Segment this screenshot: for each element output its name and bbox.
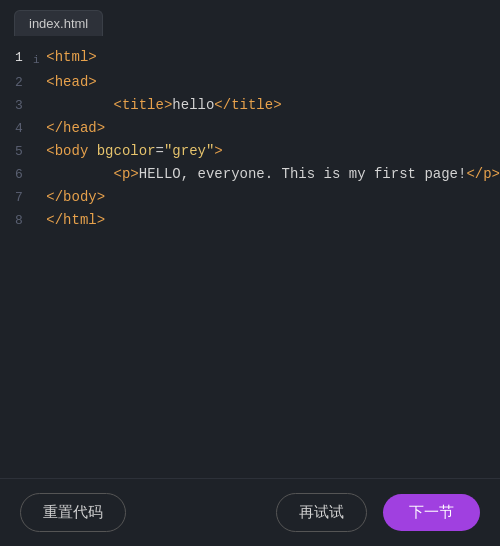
line-number-1: 1 bbox=[0, 46, 33, 71]
line-number-7: 7 bbox=[0, 186, 33, 209]
code-line-1: 1 i <html> bbox=[0, 46, 500, 71]
gutter-3 bbox=[33, 94, 42, 117]
gutter-1: i bbox=[33, 46, 42, 71]
code-content-6: <p>HELLO, everyone. This is my first pag… bbox=[42, 163, 500, 186]
gutter-5 bbox=[33, 140, 42, 163]
code-line-8: 8 </html> bbox=[0, 209, 500, 232]
reset-button[interactable]: 重置代码 bbox=[20, 493, 126, 532]
line-number-2: 2 bbox=[0, 71, 33, 94]
line-number-5: 5 bbox=[0, 140, 33, 163]
line-number-6: 6 bbox=[0, 163, 33, 186]
code-line-4: 4 </head> bbox=[0, 117, 500, 140]
bottom-bar: 重置代码 再试试 下一节 bbox=[0, 478, 500, 546]
editor-area: 1 i <html> 2 <head> 3 <title>hello</titl… bbox=[0, 36, 500, 478]
code-line-7: 7 </body> bbox=[0, 186, 500, 209]
tab-index-html[interactable]: index.html bbox=[14, 10, 103, 36]
code-line-5: 5 <body bgcolor="grey"> bbox=[0, 140, 500, 163]
code-content-8: </html> bbox=[42, 209, 500, 232]
gutter-4 bbox=[33, 117, 42, 140]
code-content-4: </head> bbox=[42, 117, 500, 140]
gutter-7 bbox=[33, 186, 42, 209]
tab-bar: index.html bbox=[0, 0, 500, 36]
code-content-7: </body> bbox=[42, 186, 500, 209]
line-number-4: 4 bbox=[0, 117, 33, 140]
gutter-8 bbox=[33, 209, 42, 232]
code-line-3: 3 <title>hello</title> bbox=[0, 94, 500, 117]
line-number-8: 8 bbox=[0, 209, 33, 232]
code-content-1: <html> bbox=[42, 46, 500, 71]
code-line-2: 2 <head> bbox=[0, 71, 500, 94]
retry-button[interactable]: 再试试 bbox=[276, 493, 367, 532]
next-button[interactable]: 下一节 bbox=[383, 494, 480, 531]
gutter-6 bbox=[33, 163, 42, 186]
line-number-3: 3 bbox=[0, 94, 33, 117]
code-content-5: <body bgcolor="grey"> bbox=[42, 140, 500, 163]
tab-label: index.html bbox=[29, 16, 88, 31]
code-content-3: <title>hello</title> bbox=[42, 94, 500, 117]
gutter-2 bbox=[33, 71, 42, 94]
code-line-6: 6 <p>HELLO, everyone. This is my first p… bbox=[0, 163, 500, 186]
code-content-2: <head> bbox=[42, 71, 500, 94]
